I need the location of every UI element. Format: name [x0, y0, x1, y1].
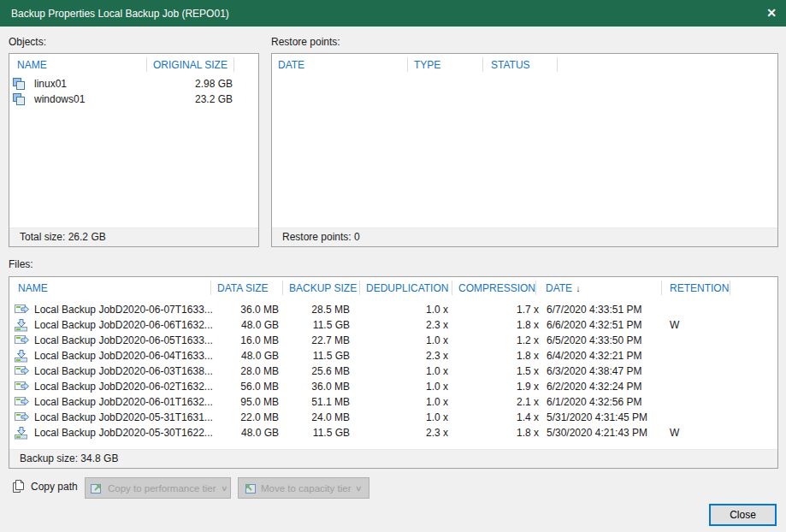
files-rows: Local Backup JobD2020-06-07T1633...36.0 …	[9, 302, 777, 440]
table-row[interactable]: Local Backup JobD2020-06-03T1638...28.0 …	[9, 364, 777, 379]
copy-icon	[12, 479, 25, 494]
files-col-datasize[interactable]: DATA SIZE	[217, 282, 269, 294]
table-row[interactable]: Local Backup JobD2020-06-01T1632...95.0 …	[9, 394, 777, 410]
objects-header: NAME ORIGINAL SIZE	[9, 54, 258, 74]
files-col-dedup[interactable]: DEDUPLICATION	[366, 282, 448, 294]
restore-points-footer: Restore points: 0	[272, 228, 777, 246]
restore-points-header: DATE TYPE STATUS	[272, 54, 777, 74]
files-header: NAME DATA SIZE BACKUP SIZE DEDUPLICATION…	[9, 277, 777, 298]
move-to-capacity-tier-button[interactable]: Move to capacity tier ∨	[238, 477, 369, 499]
copy-path-button[interactable]: Copy path	[12, 479, 78, 494]
copy-tier-icon	[90, 482, 103, 495]
restore-points-panel: DATE TYPE STATUS Restore points: 0	[271, 53, 778, 247]
files-col-date[interactable]: DATE↓	[546, 282, 581, 294]
move-tier-label: Move to capacity tier	[261, 483, 351, 494]
window-title: Backup Properties Local Backup Job (REPO…	[11, 8, 229, 20]
objects-col-name[interactable]: NAME	[17, 59, 47, 71]
restore-col-status[interactable]: STATUS	[491, 59, 530, 71]
objects-panel: NAME ORIGINAL SIZE linux012.98 GBwindows…	[9, 53, 259, 247]
restore-col-type[interactable]: TYPE	[414, 59, 440, 71]
chevron-down-icon: ∨	[355, 484, 363, 493]
copy-to-performance-tier-button[interactable]: Copy to performance tier ∨	[85, 477, 231, 499]
objects-label: Objects:	[9, 36, 46, 48]
objects-rows: linux012.98 GBwindows0123.2 GB	[9, 76, 258, 107]
table-row[interactable]: Local Backup JobD2020-06-06T1632...48.0 …	[9, 317, 777, 333]
restore-col-date[interactable]: DATE	[278, 59, 304, 71]
sort-desc-icon: ↓	[576, 283, 581, 293]
move-tier-icon	[243, 482, 257, 495]
title-bar: Backup Properties Local Backup Job (REPO…	[0, 0, 786, 27]
table-row[interactable]: Local Backup JobD2020-05-31T1631...22.0 …	[9, 410, 777, 425]
restore-points-label: Restore points:	[271, 36, 340, 48]
table-row[interactable]: Local Backup JobD2020-06-04T1633...48.0 …	[9, 348, 777, 364]
files-label: Files:	[9, 258, 33, 270]
table-row[interactable]: windows0123.2 GB	[9, 92, 258, 107]
window-close-icon[interactable]: ✕	[766, 7, 777, 20]
objects-footer: Total size: 26.2 GB	[9, 228, 258, 246]
table-row[interactable]: Local Backup JobD2020-06-05T1633...16.0 …	[9, 333, 777, 348]
files-footer: Backup size: 34.8 GB	[9, 449, 777, 468]
close-button[interactable]: Close	[709, 504, 777, 526]
table-row[interactable]: Local Backup JobD2020-06-07T1633...36.0 …	[9, 302, 777, 317]
table-row[interactable]: linux012.98 GB	[9, 76, 258, 92]
table-row[interactable]: Local Backup JobD2020-06-02T1632...56.0 …	[9, 379, 777, 394]
files-col-name[interactable]: NAME	[18, 282, 48, 294]
objects-col-size[interactable]: ORIGINAL SIZE	[153, 59, 228, 71]
full-backup-icon	[15, 427, 28, 444]
copy-tier-label: Copy to performance tier	[108, 483, 216, 494]
chevron-down-icon: ∨	[221, 484, 228, 493]
table-row[interactable]: Local Backup JobD2020-05-30T1622...48.0 …	[9, 425, 777, 440]
files-panel: NAME DATA SIZE BACKUP SIZE DEDUPLICATION…	[9, 276, 778, 469]
copy-path-label: Copy path	[31, 481, 78, 493]
files-col-retention[interactable]: RETENTION	[670, 282, 729, 294]
files-col-compression[interactable]: COMPRESSION	[458, 282, 535, 294]
vm-icon	[13, 93, 26, 110]
files-col-backupsize[interactable]: BACKUP SIZE	[289, 282, 357, 294]
